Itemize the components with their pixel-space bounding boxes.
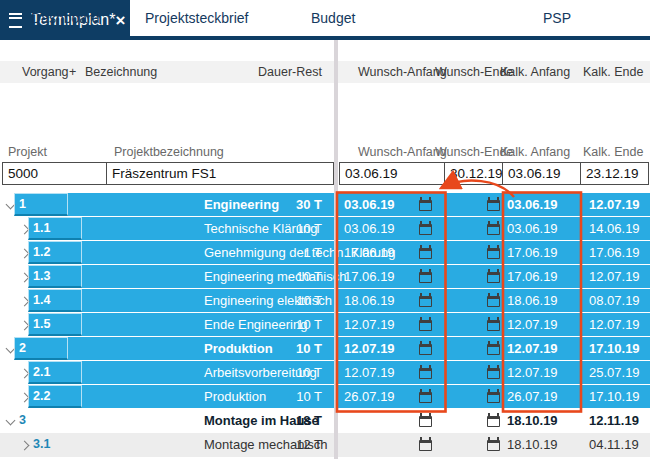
kalk-anfang-value: 17.06.19: [507, 265, 558, 288]
project-number-field[interactable]: 5000: [2, 162, 107, 185]
project-kalk-ende-field[interactable]: 23.12.19: [580, 162, 649, 185]
task-number[interactable]: 3.1: [28, 433, 82, 456]
schedule-table: 1 Engineering 30 T 03.06.19 03.06.19 12.…: [0, 193, 650, 457]
duration-value[interactable]: 10 T: [250, 217, 322, 240]
table-row[interactable]: 2 Produktion 10 T 12.07.19 12.07.19 17.1…: [0, 337, 650, 361]
calendar-icon[interactable]: [487, 200, 500, 211]
calendar-icon[interactable]: [487, 344, 500, 355]
table-row[interactable]: 1 Engineering 30 T 03.06.19 03.06.19 12.…: [0, 193, 650, 217]
calendar-icon[interactable]: [419, 296, 432, 307]
task-number[interactable]: 1.2: [28, 241, 82, 264]
calendar-icon[interactable]: [487, 272, 500, 283]
task-number[interactable]: 1.1: [28, 217, 82, 240]
project-label-row: Projekt Projektbezeichnung Wunsch-Anfang…: [0, 143, 650, 161]
col-kalk-ende: Kalk. Ende: [583, 61, 643, 83]
calendar-icon[interactable]: [419, 320, 432, 331]
pane-splitter[interactable]: [334, 40, 338, 459]
task-number[interactable]: 2.1: [28, 361, 82, 384]
calendar-icon[interactable]: [487, 320, 500, 331]
tab-psp[interactable]: PSP: [543, 0, 571, 36]
wunsch-anfang-value[interactable]: 17.06.19: [344, 265, 395, 288]
duration-value[interactable]: 10 T: [250, 289, 322, 312]
tab-dashboard[interactable]: Dashboard: [31, 0, 100, 36]
calendar-icon[interactable]: [419, 416, 432, 427]
wunsch-anfang-value[interactable]: 18.06.19: [344, 289, 395, 312]
kalk-anfang-value: 18.10.19: [507, 409, 558, 432]
task-number[interactable]: 3: [14, 409, 68, 432]
calendar-icon[interactable]: [419, 440, 432, 451]
duration-value[interactable]: 10 T: [250, 385, 322, 408]
kalk-ende-value: 17.10.19: [589, 337, 640, 360]
add-column-icon[interactable]: +: [69, 61, 76, 83]
hamburger-menu-icon[interactable]: [9, 13, 22, 28]
calendar-icon[interactable]: [487, 392, 500, 403]
project-wunsch-ende-field[interactable]: 30.12.19: [444, 162, 503, 185]
calendar-icon[interactable]: [419, 272, 432, 283]
calendar-icon[interactable]: [419, 368, 432, 379]
column-header-row: Vorgang + Bezeichnung Dauer-Rest Wunsch-…: [0, 61, 650, 83]
task-number[interactable]: 1.3: [28, 265, 82, 288]
wunsch-anfang-value[interactable]: 12.07.19: [344, 337, 395, 360]
kalk-anfang-value: 03.06.19: [507, 193, 558, 216]
col-wunsch-anfang: Wunsch-Anfang: [358, 61, 447, 83]
kalk-ende-value: 12.11.19: [589, 409, 639, 432]
calendar-icon[interactable]: [419, 392, 432, 403]
duration-value[interactable]: 30 T: [250, 193, 322, 216]
duration-value[interactable]: 1 T: [250, 241, 322, 264]
table-row[interactable]: 2.2 Produktion 10 T 26.07.19 26.07.19 17…: [0, 385, 650, 409]
duration-value[interactable]: 10 T: [250, 337, 322, 360]
project-row: 5000 Fräszentrum FS1 03.06.19 30.12.19 0…: [0, 162, 650, 186]
terminplan-app: Dashboard Projektsteckbrief Budget Termi…: [0, 0, 650, 459]
kalk-anfang-value: 18.10.19: [507, 433, 558, 456]
table-row[interactable]: 1.4 Engineering elektrisch 10 T 18.06.19…: [0, 289, 650, 313]
wunsch-anfang-value[interactable]: 12.07.19: [344, 313, 395, 336]
task-number[interactable]: 1: [14, 193, 68, 216]
table-row[interactable]: 1.1 Technische Klärung 10 T 03.06.19 03.…: [0, 217, 650, 241]
tab-bar: Dashboard Projektsteckbrief Budget Termi…: [0, 0, 650, 40]
calendar-icon[interactable]: [419, 200, 432, 211]
table-row[interactable]: 1.3 Engineering mechanisch 10 T 17.06.19…: [0, 265, 650, 289]
table-row[interactable]: 2.1 Arbeitsvorbereitung 10 T 12.07.19 12…: [0, 361, 650, 385]
wunsch-anfang-value[interactable]: 12.07.19: [344, 361, 395, 384]
duration-value[interactable]: 12 T: [250, 433, 322, 456]
task-number[interactable]: 1.4: [28, 289, 82, 312]
calendar-icon[interactable]: [487, 440, 500, 451]
project-wunsch-anfang-field[interactable]: 03.06.19: [339, 162, 445, 185]
wunsch-anfang-value[interactable]: 26.07.19: [344, 385, 395, 408]
project-name-field[interactable]: Fräszentrum FS1: [106, 162, 334, 185]
kalk-anfang-value: 12.07.19: [507, 313, 558, 336]
duration-value[interactable]: 18 T: [250, 409, 322, 432]
calendar-icon[interactable]: [487, 296, 500, 307]
calendar-icon[interactable]: [419, 224, 432, 235]
table-row[interactable]: 3 Montage im Hause 18 T 18.10.19 12.11.1…: [0, 409, 650, 433]
table-row[interactable]: 1.5 Ende Engineering 10 T 12.07.19 12.07…: [0, 313, 650, 337]
calendar-icon[interactable]: [419, 248, 432, 259]
kalk-ende-value: 08.07.19: [589, 289, 640, 312]
calendar-icon[interactable]: [487, 416, 500, 427]
duration-value[interactable]: 10 T: [250, 313, 322, 336]
task-number[interactable]: 2.2: [28, 385, 82, 408]
col-kalk-anfang: Kalk. Anfang: [500, 61, 570, 83]
task-number[interactable]: 1.5: [28, 313, 82, 336]
calendar-icon[interactable]: [487, 368, 500, 379]
close-icon[interactable]: ×: [115, 12, 125, 29]
tab-projektsteckbrief[interactable]: Projektsteckbrief: [145, 0, 248, 36]
table-row[interactable]: 3.1 Montage mechanisch 12 T 18.10.19 04.…: [0, 433, 650, 457]
table-row[interactable]: 1.2 Genehmigung der techn. Klärung 1 T 1…: [0, 241, 650, 265]
wunsch-anfang-value[interactable]: 03.06.19: [344, 193, 395, 216]
duration-value[interactable]: 10 T: [250, 361, 322, 384]
wunsch-anfang-value[interactable]: 03.06.19: [344, 217, 395, 240]
project-kalk-anfang-field[interactable]: 03.06.19: [502, 162, 581, 185]
label-projektbezeichnung: Projektbezeichnung: [114, 143, 224, 161]
label-wunsch-anfang: Wunsch-Anfang: [358, 143, 447, 161]
label-kalk-anfang: Kalk. Anfang: [500, 143, 570, 161]
tab-budget[interactable]: Budget: [311, 0, 355, 36]
kalk-anfang-value: 12.07.19: [507, 361, 558, 384]
duration-value[interactable]: 10 T: [250, 265, 322, 288]
label-kalk-ende: Kalk. Ende: [583, 143, 643, 161]
wunsch-anfang-value[interactable]: 17.06.19: [344, 241, 395, 264]
task-number[interactable]: 2: [14, 337, 68, 360]
calendar-icon[interactable]: [419, 344, 432, 355]
calendar-icon[interactable]: [487, 248, 500, 259]
calendar-icon[interactable]: [487, 224, 500, 235]
